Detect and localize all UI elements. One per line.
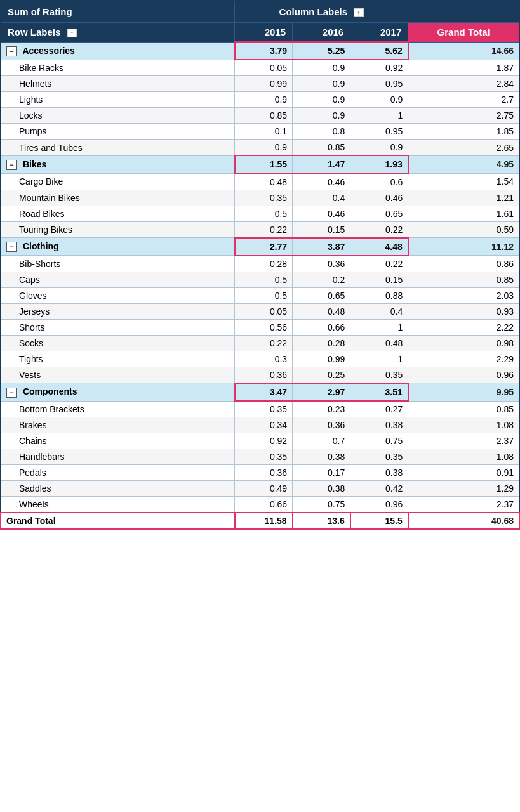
item-2015: 0.05	[235, 60, 293, 76]
row-sort-button[interactable]: ↑	[67, 29, 77, 37]
data-row: Tights 0.3 0.99 1 2.29	[1, 351, 519, 367]
table-body: − Accessories 3.79 5.25 5.62 14.66 Bike …	[1, 42, 519, 529]
category-2015: 3.47	[235, 383, 293, 401]
item-2017: 0.6	[350, 174, 408, 190]
pivot-table: Sum of Rating Column Labels ↑ Row Labels…	[0, 0, 520, 530]
item-label: Bottom Brackets	[1, 401, 235, 417]
item-2016: 0.99	[293, 351, 350, 367]
item-2016: 0.66	[293, 319, 350, 335]
item-2017: 0.42	[350, 481, 408, 497]
item-2017: 0.92	[350, 60, 408, 76]
item-2017: 0.38	[350, 465, 408, 481]
item-2016: 0.36	[293, 417, 350, 433]
item-grand-total: 1.21	[408, 190, 519, 206]
item-2015: 0.99	[235, 76, 293, 92]
data-row: Vests 0.36 0.25 0.35 0.96	[1, 367, 519, 383]
category-row: − Components 3.47 2.97 3.51 9.95	[1, 383, 519, 401]
item-2017: 0.4	[350, 303, 408, 319]
item-2015: 0.1	[235, 124, 293, 140]
item-2016: 0.48	[293, 303, 350, 319]
item-label: Brakes	[1, 417, 235, 433]
item-grand-total: 2.7	[408, 92, 519, 108]
item-2015: 0.36	[235, 367, 293, 383]
category-2015: 2.77	[235, 238, 293, 256]
header-title-text: Sum of Rating	[8, 6, 72, 17]
category-grand-total: 4.95	[408, 155, 519, 173]
data-row: Bike Racks 0.05 0.9 0.92 1.87	[1, 60, 519, 76]
collapse-button[interactable]: −	[6, 160, 17, 170]
column-year-headers: Row Labels ↑ 2015 2016 2017 Grand Total	[1, 23, 519, 43]
item-2017: 0.22	[350, 221, 408, 238]
item-2015: 0.5	[235, 272, 293, 287]
grand-total-header-empty	[408, 1, 519, 23]
item-grand-total: 0.85	[408, 401, 519, 417]
category-row: − Accessories 3.79 5.25 5.62 14.66	[1, 42, 519, 60]
item-label: Bike Racks	[1, 60, 235, 76]
item-grand-total: 2.84	[408, 76, 519, 92]
item-grand-total: 1.08	[408, 417, 519, 433]
item-2016: 0.9	[293, 108, 350, 124]
category-2016: 1.47	[293, 155, 350, 173]
item-2015: 0.5	[235, 287, 293, 303]
data-row: Locks 0.85 0.9 1 2.75	[1, 108, 519, 124]
item-2016: 0.38	[293, 449, 350, 465]
item-2015: 0.35	[235, 449, 293, 465]
item-2017: 0.9	[350, 140, 408, 156]
item-label: Wheels	[1, 497, 235, 513]
row-labels-header: Row Labels ↑	[1, 23, 235, 43]
collapse-button[interactable]: −	[6, 388, 17, 398]
category-2015: 3.79	[235, 42, 293, 60]
item-2016: 0.7	[293, 433, 350, 449]
collapse-button[interactable]: −	[6, 242, 17, 252]
item-2016: 0.8	[293, 124, 350, 140]
data-row: Jerseys 0.05 0.48 0.4 0.93	[1, 303, 519, 319]
item-2017: 0.96	[350, 497, 408, 513]
item-label: Pedals	[1, 465, 235, 481]
item-grand-total: 1.61	[408, 206, 519, 221]
item-grand-total: 2.65	[408, 140, 519, 156]
item-label: Lights	[1, 92, 235, 108]
data-row: Touring Bikes 0.22 0.15 0.22 0.59	[1, 221, 519, 238]
category-2016: 3.87	[293, 238, 350, 256]
item-2017: 0.46	[350, 190, 408, 206]
item-2016: 0.46	[293, 174, 350, 190]
item-grand-total: 2.37	[408, 433, 519, 449]
collapse-button[interactable]: −	[6, 46, 17, 56]
item-2017: 0.48	[350, 335, 408, 351]
data-row: Caps 0.5 0.2 0.15 0.85	[1, 272, 519, 287]
item-2015: 0.92	[235, 433, 293, 449]
item-2015: 0.56	[235, 319, 293, 335]
item-label: Chains	[1, 433, 235, 449]
grand-total-2016: 13.6	[293, 513, 350, 529]
grand-total-2017: 15.5	[350, 513, 408, 529]
category-label: − Bikes	[1, 155, 235, 173]
item-2017: 1	[350, 351, 408, 367]
header-row-title: Sum of Rating Column Labels ↑	[1, 1, 519, 23]
item-2017: 0.22	[350, 256, 408, 272]
column-sort-button[interactable]: ↑	[354, 8, 364, 17]
item-2015: 0.05	[235, 303, 293, 319]
data-row: Lights 0.9 0.9 0.9 2.7	[1, 92, 519, 108]
data-row: Mountain Bikes 0.35 0.4 0.46 1.21	[1, 190, 519, 206]
item-2016: 0.75	[293, 497, 350, 513]
item-2015: 0.3	[235, 351, 293, 367]
item-grand-total: 0.93	[408, 303, 519, 319]
item-label: Bib-Shorts	[1, 256, 235, 272]
item-2015: 0.66	[235, 497, 293, 513]
category-2017: 5.62	[350, 42, 408, 60]
year-2017-header: 2017	[350, 23, 408, 43]
category-label: − Accessories	[1, 42, 235, 60]
data-row: Tires and Tubes 0.9 0.85 0.9 2.65	[1, 140, 519, 156]
item-label: Socks	[1, 335, 235, 351]
data-row: Brakes 0.34 0.36 0.38 1.08	[1, 417, 519, 433]
category-label: − Clothing	[1, 238, 235, 256]
item-grand-total: 1.29	[408, 481, 519, 497]
item-2016: 0.9	[293, 60, 350, 76]
item-2017: 0.95	[350, 76, 408, 92]
item-2016: 0.46	[293, 206, 350, 221]
item-label: Gloves	[1, 287, 235, 303]
grand-total-label: Grand Total	[1, 513, 235, 529]
item-grand-total: 0.86	[408, 256, 519, 272]
item-label: Shorts	[1, 319, 235, 335]
item-2016: 0.38	[293, 481, 350, 497]
